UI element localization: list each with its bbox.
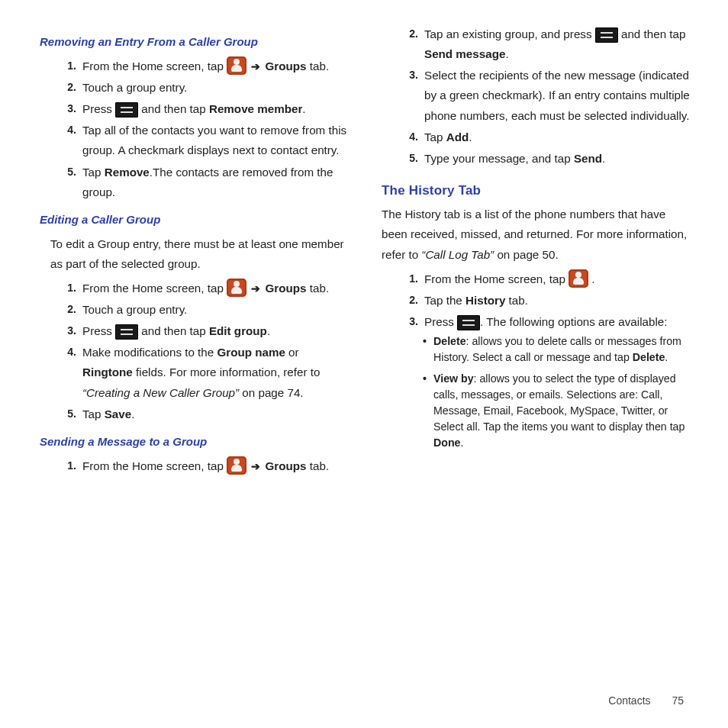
text: and then tap [141, 102, 209, 115]
heading-sending: Sending a Message to a Group [40, 432, 350, 452]
intro-editing: To edit a Group entry, there must be at … [50, 234, 350, 274]
menu-icon [457, 315, 480, 330]
right-column: 2. Tap an existing group, and press and … [382, 24, 691, 701]
step: 2. Tap the History tab. [397, 291, 691, 311]
step: 1. From the Home screen, tap ➔ Groups ta… [55, 456, 350, 476]
text: and then tap [141, 324, 209, 337]
step: 3. Select the recipients of the new mess… [397, 66, 691, 125]
text: . [302, 102, 305, 115]
contacts-icon [227, 279, 246, 297]
text: tab. [310, 282, 329, 295]
menu-icon [115, 324, 138, 340]
text: Tap [82, 407, 105, 420]
bullet: View by: allows you to select the type o… [423, 371, 691, 451]
intro-history: The History tab is a list of the phone n… [382, 205, 691, 264]
text: . [602, 152, 605, 165]
text-bold: Edit group [209, 324, 267, 337]
text: . [665, 351, 668, 363]
text: tab. [310, 60, 329, 72]
text-bold: Send [574, 152, 602, 165]
sublist-history: Delete: allows you to delete calls or me… [423, 333, 691, 451]
list-editing: 1. From the Home screen, tap ➔ Groups ta… [55, 279, 350, 424]
list-removing: 1. From the Home screen, tap ➔ Groups ta… [55, 56, 350, 202]
text-bold: Send message [424, 47, 505, 60]
text: From the Home screen, tap [82, 459, 227, 472]
step: 5. Tap Save. [55, 404, 350, 424]
menu-icon [595, 27, 618, 43]
step: 3. Press and then tap Remove member. [55, 99, 350, 119]
text-bold: History [465, 294, 505, 307]
text: Press [82, 324, 115, 337]
text: or [285, 346, 299, 359]
text: Tap an existing group, and press [424, 27, 595, 40]
text-bold: Add [446, 130, 469, 143]
text-bold: Remove [105, 166, 150, 179]
list-sending: 1. From the Home screen, tap ➔ Groups ta… [55, 456, 350, 476]
page: Removing an Entry From a Caller Group 1.… [0, 0, 728, 728]
text-bold: Done [433, 436, 460, 449]
text: . [131, 407, 134, 420]
text: fields. For more information, refer to [133, 366, 321, 378]
left-column: Removing an Entry From a Caller Group 1.… [40, 24, 350, 701]
step: 4. Make modifications to the Group name … [55, 343, 350, 402]
text: . [267, 324, 270, 337]
text-bold: Ringtone [82, 366, 133, 378]
text: tab. [505, 294, 528, 307]
heading-history-tab: The History Tab [382, 179, 691, 201]
step: 2. Touch a group entry. [55, 78, 350, 98]
heading-editing: Editing a Caller Group [40, 210, 350, 230]
footer-section: Contacts [608, 694, 650, 707]
text: Tap all of the contacts you want to remo… [82, 124, 346, 156]
text: Press [82, 102, 115, 115]
text: . [460, 436, 463, 449]
text: tab. [310, 459, 329, 472]
page-footer: Contacts 75 [608, 694, 684, 707]
text: on page 50. [497, 248, 558, 261]
arrow-icon: ➔ [250, 460, 262, 472]
step: 1. From the Home screen, tap ➔ Groups ta… [55, 279, 350, 298]
text: and then tap [621, 27, 685, 40]
contacts-icon [227, 56, 246, 75]
text: Tap [82, 166, 105, 179]
page-number: 75 [672, 694, 684, 707]
step: 5. Type your message, and tap Send. [397, 149, 691, 169]
step: 4. Tap Add. [397, 127, 691, 147]
text: From the Home screen, tap [424, 272, 569, 285]
text: Touch a group entry. [82, 81, 187, 94]
step: 3. Press and then tap Edit group. [55, 321, 350, 341]
text: From the Home screen, tap [82, 60, 227, 72]
arrow-icon: ➔ [250, 60, 262, 72]
step: 2. Touch a group entry. [55, 300, 350, 320]
list-sending-cont: 2. Tap an existing group, and press and … [397, 24, 691, 169]
text: on page 74. [242, 386, 303, 399]
text-bold: Delete [633, 351, 665, 363]
text: . [469, 130, 472, 143]
text-bold: Groups [266, 282, 307, 295]
step: 5. Tap Remove.The contacts are removed f… [55, 163, 350, 202]
text-italic: “Call Log Tab” [421, 248, 497, 261]
text: Tap [424, 130, 446, 143]
text-bold: Delete [433, 335, 466, 347]
text-bold: Save [105, 407, 131, 420]
text: Type your message, and tap [424, 152, 574, 165]
text: . The following options are available: [480, 315, 667, 328]
step: 1. From the Home screen, tap ➔ Groups ta… [55, 56, 350, 76]
text: Select the recipients of the new message… [424, 69, 690, 121]
text: Make modifications to the [82, 346, 217, 359]
text-bold: Groups [266, 60, 307, 72]
text: Touch a group entry. [82, 303, 187, 316]
text: . [505, 47, 508, 60]
step: 4. Tap all of the contacts you want to r… [55, 121, 350, 160]
text-bold: Groups [266, 459, 307, 472]
text: Press [424, 315, 457, 328]
step: 3. Press . The following options are ava… [397, 312, 691, 332]
arrow-icon: ➔ [250, 282, 262, 295]
list-history: 1. From the Home screen, tap . 2. Tap th… [397, 269, 691, 332]
text: From the Home screen, tap [82, 282, 227, 295]
step: 2. Tap an existing group, and press and … [397, 24, 691, 64]
text-bold: View by [433, 372, 474, 385]
text-bold: Remove member [209, 102, 302, 115]
text: Tap the [424, 294, 465, 307]
text-italic: “Creating a New Caller Group” [82, 386, 242, 399]
text-bold: Group name [217, 346, 285, 359]
